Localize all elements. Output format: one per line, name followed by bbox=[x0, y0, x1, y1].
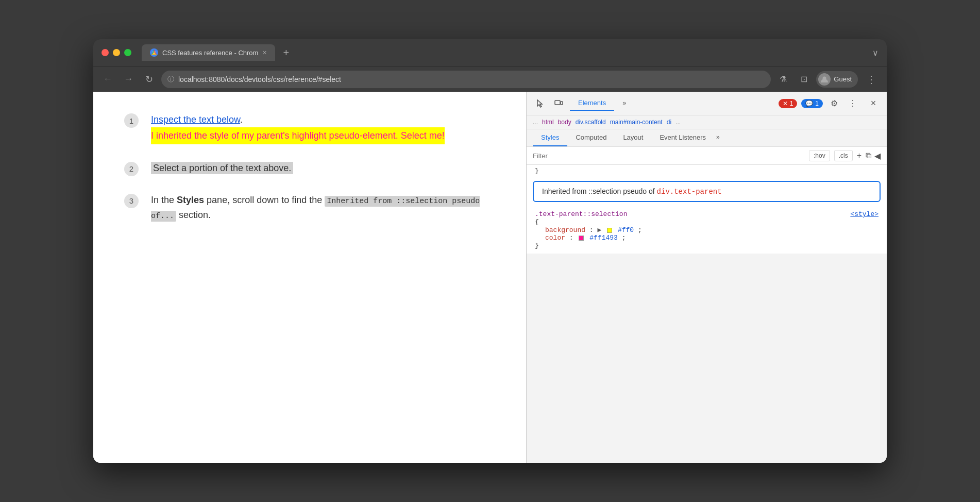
step-3-text: In the Styles pane, scroll down to find … bbox=[151, 193, 495, 223]
devtools-breadcrumb: ... html body div.scaffold main#main-con… bbox=[527, 115, 887, 129]
nav-bar: ← → ↻ ⓘ localhost:8080/docs/devtools/css… bbox=[93, 66, 887, 92]
inherited-banner: Inherited from ::selection pseudo of div… bbox=[533, 181, 881, 202]
close-devtools-button[interactable]: × bbox=[866, 96, 881, 111]
styles-subtabs: Styles Computed Layout Event Listeners » bbox=[527, 129, 887, 147]
subtab-styles[interactable]: Styles bbox=[533, 129, 567, 146]
breadcrumb-div-scaffold[interactable]: div.scaffold bbox=[576, 119, 606, 126]
forward-icon: → bbox=[124, 74, 133, 85]
css-rules: } Inherited from ::selection pseudo of d… bbox=[527, 165, 887, 254]
split-button[interactable]: ⊡ bbox=[796, 71, 812, 88]
add-style-rule-button[interactable]: + bbox=[857, 151, 861, 160]
cls-button[interactable]: .cls bbox=[834, 150, 853, 161]
color-swatch[interactable] bbox=[579, 236, 584, 241]
info-badge[interactable]: 💬 1 bbox=[801, 99, 823, 108]
split-icon: ⊡ bbox=[801, 74, 807, 84]
reload-button[interactable]: ↻ bbox=[141, 71, 157, 88]
step-number-3: 3 bbox=[124, 194, 139, 208]
error-badge[interactable]: ✕ 1 bbox=[779, 99, 798, 108]
main-content: 1 Inspect the text below. I inherited th… bbox=[93, 92, 887, 463]
instruction-list: 1 Inspect the text below. I inherited th… bbox=[124, 112, 495, 223]
tab-elements[interactable]: Elements bbox=[570, 96, 614, 111]
property-color-name: color bbox=[545, 234, 565, 242]
devtools-badges: ✕ 1 💬 1 bbox=[779, 99, 823, 108]
step-1-text: Inspect the text below. I inherited the … bbox=[151, 112, 445, 144]
page-content: 1 Inspect the text below. I inherited th… bbox=[93, 92, 526, 463]
background-color-swatch[interactable] bbox=[607, 228, 612, 233]
filter-icons: ⧉ ◀ bbox=[866, 151, 881, 161]
tab-bar: CSS features reference - Chrom × + ∨ bbox=[142, 44, 878, 61]
maximize-traffic-light[interactable] bbox=[124, 49, 131, 56]
breadcrumb-dots[interactable]: ... bbox=[533, 119, 538, 126]
subtab-layout[interactable]: Layout bbox=[615, 129, 651, 146]
filter-bar: :hov .cls + ⧉ ◀ bbox=[527, 147, 887, 165]
subtab-event-listeners[interactable]: Event Listeners bbox=[651, 129, 714, 146]
close-traffic-light[interactable] bbox=[102, 49, 109, 56]
toggle-sidebar-button[interactable]: ◀ bbox=[874, 151, 881, 161]
nav-icons: ⚗ ⊡ Guest ⋮ bbox=[775, 71, 881, 88]
error-count: 1 bbox=[790, 100, 793, 107]
profile-button[interactable]: Guest bbox=[816, 71, 858, 88]
labs-button[interactable]: ⚗ bbox=[775, 71, 791, 88]
hov-button[interactable]: :hov bbox=[809, 150, 830, 161]
filter-input[interactable] bbox=[533, 152, 805, 160]
inherited-banner-text: Inherited from ::selection pseudo of div… bbox=[542, 187, 722, 195]
breadcrumb-main[interactable]: main#main-content bbox=[610, 119, 663, 126]
svg-rect-3 bbox=[555, 101, 560, 105]
profile-name: Guest bbox=[834, 75, 852, 83]
devtools-toolbar: Elements » ✕ 1 💬 1 ⚙ ⋮ × bbox=[527, 92, 887, 115]
tab-more[interactable]: » bbox=[614, 96, 634, 111]
step-number-1: 1 bbox=[124, 113, 139, 128]
info-icon: 💬 bbox=[805, 100, 813, 107]
minimize-traffic-light[interactable] bbox=[113, 49, 120, 56]
reload-icon: ↻ bbox=[145, 74, 153, 85]
breadcrumb-di[interactable]: di bbox=[667, 119, 671, 126]
list-item: 2 Select a portion of the text above. bbox=[124, 161, 495, 176]
address-bar[interactable]: ⓘ localhost:8080/docs/devtools/css/refer… bbox=[161, 71, 771, 88]
svg-rect-4 bbox=[561, 102, 563, 105]
copy-styles-button[interactable]: ⧉ bbox=[866, 151, 871, 161]
tab-close-button[interactable]: × bbox=[262, 48, 266, 57]
tab-title: CSS features reference - Chrom bbox=[162, 49, 258, 57]
info-count: 1 bbox=[815, 100, 819, 107]
error-icon: ✕ bbox=[783, 100, 788, 107]
device-icon bbox=[554, 99, 563, 108]
device-mode-button[interactable] bbox=[551, 96, 566, 111]
breadcrumb-more[interactable]: ... bbox=[675, 119, 681, 126]
breadcrumb-html[interactable]: html bbox=[542, 119, 554, 126]
devtools-main-tabs: Elements » bbox=[570, 96, 774, 111]
traffic-lights bbox=[102, 49, 131, 56]
forward-button[interactable]: → bbox=[120, 71, 137, 88]
property-color-value: #ff1493 bbox=[589, 234, 618, 242]
inspect-link[interactable]: Inspect the text below bbox=[151, 114, 240, 125]
rule-source[interactable]: <style> bbox=[850, 210, 878, 218]
more-menu-button[interactable]: ⋮ bbox=[862, 71, 881, 88]
list-item: 3 In the Styles pane, scroll down to fin… bbox=[124, 193, 495, 223]
subtab-computed[interactable]: Computed bbox=[567, 129, 615, 146]
back-button[interactable]: ← bbox=[99, 71, 116, 88]
title-bar: CSS features reference - Chrom × + ∨ bbox=[93, 39, 887, 66]
settings-button[interactable]: ⚙ bbox=[827, 96, 841, 111]
cursor-icon bbox=[535, 99, 545, 108]
breadcrumb-body[interactable]: body bbox=[558, 119, 571, 126]
active-tab[interactable]: CSS features reference - Chrom × bbox=[142, 44, 275, 61]
step-number-2: 2 bbox=[124, 162, 139, 176]
property-background-name: background bbox=[545, 226, 585, 234]
styles-panel: } Inherited from ::selection pseudo of d… bbox=[527, 165, 887, 463]
labs-icon: ⚗ bbox=[780, 74, 787, 84]
url-text: localhost:8080/docs/devtools/css/referen… bbox=[178, 75, 765, 83]
more-options-button[interactable]: ⋮ bbox=[846, 96, 860, 111]
new-tab-button[interactable]: + bbox=[279, 45, 294, 61]
inspect-element-button[interactable] bbox=[533, 96, 547, 111]
close-brace: } bbox=[535, 242, 539, 249]
devtools-panel: Elements » ✕ 1 💬 1 ⚙ ⋮ × bbox=[526, 92, 887, 463]
opening-brace: } bbox=[535, 167, 539, 175]
tab-menu-button[interactable]: ∨ bbox=[872, 48, 878, 58]
inherited-class: div.text-parent bbox=[657, 188, 722, 196]
list-item: 1 Inspect the text below. I inherited th… bbox=[124, 112, 495, 144]
property-background-value: #ff0 bbox=[618, 226, 634, 234]
highlighted-text: I inherited the style of my parent's hig… bbox=[151, 127, 445, 144]
subtab-more[interactable]: » bbox=[714, 129, 722, 146]
expand-background-button[interactable]: ▶ bbox=[597, 226, 601, 234]
chrome-icon bbox=[150, 48, 158, 57]
back-icon: ← bbox=[103, 74, 112, 85]
